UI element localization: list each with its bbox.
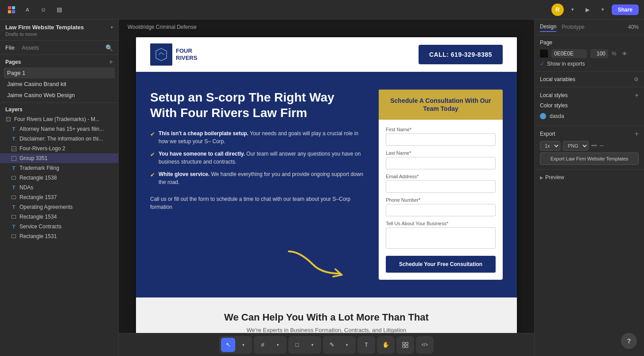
business-textarea[interactable] xyxy=(386,227,496,249)
add-page-button[interactable]: + xyxy=(109,59,113,66)
form-body: First Name* Last Name* Email Address* xyxy=(379,120,503,280)
email-input[interactable] xyxy=(386,180,496,193)
layers-header: Layers xyxy=(0,102,118,114)
layer-attorney-name[interactable]: T Attorney Name has 15+ years filin... xyxy=(0,124,118,134)
page-item-jaime-brand[interactable]: Jaime Casino Brand kit xyxy=(4,78,115,90)
bullet-3-text: White glove service. We handle everythin… xyxy=(159,170,365,186)
play-chevron[interactable]: ▾ xyxy=(597,4,609,16)
design-tab[interactable]: Design xyxy=(540,22,556,32)
top-bar-left: A ☺ ▤ xyxy=(5,4,66,16)
text-icon: T xyxy=(11,184,17,191)
first-name-input[interactable] xyxy=(386,133,496,146)
export-file-button[interactable]: Export Law Firm Website Templates xyxy=(540,153,639,165)
select-tool-chevron[interactable]: ▾ xyxy=(236,338,250,352)
frame-icon xyxy=(5,116,12,122)
call-button[interactable]: CALL: 619-329-8385 xyxy=(419,45,503,64)
hand-tool-group: ✋ xyxy=(377,336,395,354)
export-more-icon[interactable]: ••• xyxy=(591,143,597,149)
layer-service-contracts[interactable]: T Service Contracts xyxy=(0,222,118,231)
layer-name: Rectangle 1538 xyxy=(19,175,113,181)
layer-name: Rectangle 1537 xyxy=(19,194,113,200)
form-group-first-name: First Name* xyxy=(386,127,496,146)
percent-label: % xyxy=(612,51,617,57)
visibility-icon[interactable]: 👁 xyxy=(622,51,628,57)
rect-icon xyxy=(11,214,17,220)
section-title: We Can Help You With a Lot More Than Tha… xyxy=(150,312,503,323)
page-color-swatch[interactable] xyxy=(540,50,548,58)
shape-tool-chevron[interactable]: ▾ xyxy=(305,338,319,352)
text-icon: T xyxy=(11,165,17,171)
layer-group-3351[interactable]: Group 3351 xyxy=(0,153,118,163)
phone-input[interactable] xyxy=(386,204,496,216)
select-tool-button[interactable]: ↖ xyxy=(221,338,235,352)
add-style-button[interactable]: + xyxy=(635,92,639,99)
first-name-label: First Name* xyxy=(386,127,496,132)
share-button[interactable]: Share xyxy=(612,4,639,15)
hand-tool-button[interactable]: ✋ xyxy=(379,338,393,352)
text-icon: T xyxy=(11,136,17,142)
project-chevron-icon[interactable]: ▾ xyxy=(111,25,113,30)
page-color-opacity-input[interactable] xyxy=(590,49,608,58)
text-tool-button[interactable]: T xyxy=(359,338,373,352)
site-logo: FOURRIVERS xyxy=(150,43,197,66)
rect-icon xyxy=(11,233,17,239)
form-header: Schedule A Consultation With Our Team To… xyxy=(379,90,503,120)
app-menu-icon[interactable] xyxy=(5,4,18,16)
layer-rect-1531[interactable]: Rectangle 1531 xyxy=(0,231,118,241)
layer-ndas[interactable]: T NDAs xyxy=(0,183,118,192)
svg-rect-8 xyxy=(12,156,16,160)
right-panel: Design Prototype 40% Page % 👁 ✓ Show in … xyxy=(534,20,644,356)
text-icon: T xyxy=(11,223,17,230)
account-chevron[interactable]: ▾ xyxy=(566,4,579,16)
layer-disclaimer[interactable]: T Disclaimer: The information on thi... xyxy=(0,134,118,144)
prototype-tab[interactable]: Prototype xyxy=(562,23,584,31)
check-icon-3: ✔ xyxy=(150,171,155,180)
left-panel: Law Firm Website Templates ▾ Drafts to m… xyxy=(0,20,119,356)
local-variables-section: Local variables ⚙ xyxy=(535,72,644,87)
export-format-select[interactable]: PNG JPG SVG PDF xyxy=(563,141,589,151)
layer-trademark-filing[interactable]: T Trademark Filing xyxy=(0,163,118,173)
export-remove-button[interactable]: − xyxy=(600,142,604,150)
pen-tool-chevron[interactable]: ▾ xyxy=(340,338,354,352)
search-icon[interactable]: 🔍 xyxy=(105,44,113,51)
help-button[interactable]: ? xyxy=(621,333,637,349)
user-avatar[interactable]: R xyxy=(551,4,564,16)
form-submit-button[interactable]: Schedule Your Free Consultation xyxy=(386,256,496,273)
last-name-input[interactable] xyxy=(386,157,496,169)
bullet-1: ✔ This isn't a cheap boilerplate setup. … xyxy=(150,129,365,145)
svg-rect-10 xyxy=(12,196,16,199)
page-item-page1[interactable]: Page 1 xyxy=(4,67,115,78)
text-tool-icon[interactable]: A xyxy=(21,4,34,16)
layer-logo[interactable]: Four-Rivers-Logo 2 xyxy=(0,144,118,153)
file-tab[interactable]: File xyxy=(5,43,15,52)
layout-tool-icon[interactable]: ▤ xyxy=(53,4,66,16)
frame-tool-chevron[interactable]: ▾ xyxy=(271,338,285,352)
preview-label: Preview xyxy=(545,174,564,180)
play-button[interactable]: ▶ xyxy=(582,4,594,16)
assets-tab[interactable]: Assets xyxy=(22,43,39,52)
pen-tool-button[interactable]: ✎ xyxy=(325,338,339,352)
hero-title: Setup an S-corp The Right Way With Four … xyxy=(150,90,365,121)
image-tool-icon[interactable]: ☺ xyxy=(37,4,50,16)
logo-icon xyxy=(150,43,172,66)
code-tool-button[interactable]: </> xyxy=(418,338,432,352)
frame-tool-button[interactable]: # xyxy=(256,338,270,352)
group-icon xyxy=(11,155,17,161)
layer-rect-1538[interactable]: Rectangle 1538 xyxy=(0,173,118,183)
page-item-jaime-web[interactable]: Jaime Casino Web Design xyxy=(4,90,115,101)
layer-operating-agreements[interactable]: T Operating Agreements xyxy=(0,202,118,212)
sliders-icon[interactable]: ⚙ xyxy=(634,76,639,82)
local-variables-label: Local variables xyxy=(540,76,575,82)
export-scale-select[interactable]: 1x 2x xyxy=(540,141,560,151)
page-color-hex-input[interactable] xyxy=(551,49,587,58)
form-header-text: Schedule A Consultation With Our Team To… xyxy=(386,97,496,113)
svg-rect-3 xyxy=(12,10,15,13)
add-export-button[interactable]: + xyxy=(635,130,639,137)
preview-row[interactable]: ▶ Preview xyxy=(535,170,644,185)
shape-tool-button[interactable]: □ xyxy=(290,338,304,352)
layer-rect-1537[interactable]: Rectangle 1537 xyxy=(0,192,118,202)
svg-rect-14 xyxy=(403,342,405,344)
layer-rect-1534[interactable]: Rectangle 1534 xyxy=(0,212,118,222)
layer-four-rivers-law[interactable]: Four Rivers Law (Trademarks) - M... xyxy=(0,114,118,124)
components-tool-button[interactable] xyxy=(398,338,412,352)
